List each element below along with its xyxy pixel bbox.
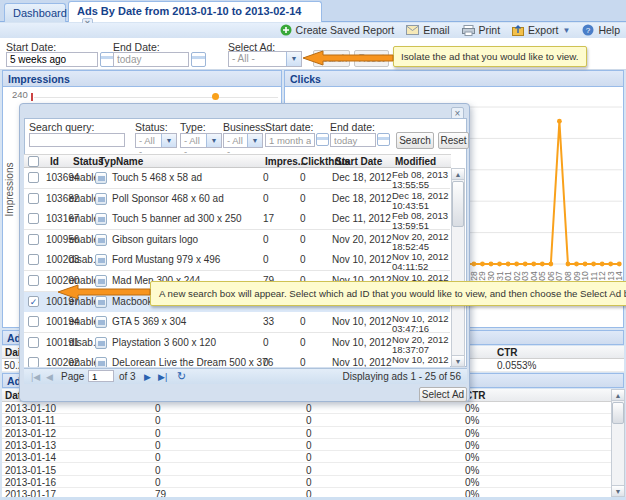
cell-impressions: 0	[263, 193, 269, 204]
prev-page-icon[interactable]: ◀	[46, 372, 53, 382]
table-row[interactable]: 2013-01-13000%	[2, 439, 612, 451]
scroll-down-icon[interactable]: ▼	[452, 355, 464, 366]
scroll-up-icon[interactable]: ▲	[612, 390, 624, 401]
scroll-thumb[interactable]	[612, 402, 624, 424]
table-row[interactable]: 100956enabledGibson guitars logo00Nov 20…	[24, 230, 450, 251]
cell-clickthrus: 0	[300, 213, 306, 224]
calendar-icon[interactable]	[316, 133, 329, 146]
table-row[interactable]: 100202enabledDeLorean Live the Dream 500…	[24, 353, 450, 367]
row-checkbox[interactable]: ✓	[28, 296, 39, 307]
table-row[interactable]: 100203disab...Ford Mustang 979 x 49600No…	[24, 250, 450, 271]
search-query-label: Search query:	[29, 121, 94, 133]
cell-value: 79	[155, 489, 166, 497]
table-row[interactable]: 2013-01-11000%	[2, 414, 612, 426]
cell-start-date: Nov 20, 2012	[332, 234, 392, 245]
cell-value: 0	[306, 465, 312, 476]
chevron-down-icon: ▼	[247, 134, 262, 147]
date-table-scrollbar[interactable]: ▲ ▼	[611, 389, 625, 497]
refresh-icon[interactable]: ↻	[177, 370, 186, 383]
table-row[interactable]: 103694enabledTouch 5 468 x 58 ad00Dec 18…	[24, 168, 450, 189]
business-dropdown[interactable]: - All -▼	[223, 133, 263, 148]
col-start-date[interactable]: Start Date	[335, 156, 382, 167]
table-row[interactable]: 2013-01-12000%	[2, 427, 612, 439]
row-checkbox[interactable]	[28, 337, 39, 348]
cell-impressions: 0	[263, 234, 269, 245]
impressions-peak-marker	[212, 93, 219, 100]
cell-value: 0%	[465, 403, 479, 414]
modal-end-date-input[interactable]	[330, 133, 376, 147]
cell-impressions: 0	[263, 357, 269, 367]
table-row[interactable]: 100191disab...Playstation 3 600 x 12000N…	[24, 333, 450, 354]
table-row[interactable]: 2013-01-177900%	[2, 488, 612, 497]
scroll-down-icon[interactable]: ▼	[612, 485, 624, 496]
row-checkbox[interactable]	[28, 193, 39, 204]
ad-table-scrollbar[interactable]: ▲ ▼	[451, 168, 465, 367]
table-row[interactable]: 100194enabledGTA 5 369 x 304330Nov 10, 2…	[24, 312, 450, 333]
modal-reset-button[interactable]: Reset	[438, 132, 469, 149]
scroll-up-icon[interactable]: ▲	[452, 169, 464, 180]
row-checkbox[interactable]	[28, 213, 39, 224]
page-number-input[interactable]	[88, 370, 114, 382]
table-row[interactable]: 103682enabledPoll Sponsor 468 x 60 ad00D…	[24, 189, 450, 210]
axis-tick	[31, 93, 33, 101]
tab-ads-by-date[interactable]: Ads By Date from 2013-01-10 to 2013-02-1…	[68, 1, 322, 22]
cell-value: 0%	[465, 440, 479, 451]
type-dropdown[interactable]: - All -▼	[180, 133, 222, 148]
col-id[interactable]: Id	[50, 156, 59, 167]
status-dropdown[interactable]: - All -▼	[135, 133, 177, 148]
row-checkbox[interactable]	[28, 234, 39, 245]
cell-start-date: Nov 10, 2012	[332, 254, 392, 265]
select-ad-button[interactable]: Select Ad	[419, 387, 467, 402]
cell-value: 0	[155, 428, 161, 439]
export-button[interactable]: Export ▼	[512, 24, 570, 36]
chevron-down-icon: ▼	[206, 134, 221, 147]
col-typ[interactable]: Typ	[99, 156, 116, 167]
row-checkbox[interactable]	[28, 357, 39, 367]
modal-search-button[interactable]: Search	[396, 132, 434, 149]
create-saved-report-button[interactable]: Create Saved Report	[280, 24, 395, 36]
ad-type-icon	[95, 337, 107, 349]
select-ad-dropdown[interactable]: - All - ▼	[228, 51, 302, 67]
col-modified[interactable]: Modified	[395, 156, 436, 167]
calendar-icon[interactable]	[377, 133, 390, 146]
cell-value: 0	[155, 403, 161, 414]
table-row[interactable]: 2013-01-15000%	[2, 464, 612, 476]
table-row[interactable]: 103167enabledTouch 5 banner ad 300 x 250…	[24, 209, 450, 230]
cell-date: 2013-01-13	[5, 440, 56, 451]
next-page-icon[interactable]: ▶	[144, 372, 151, 382]
cell-clickthrus: 0	[300, 337, 306, 348]
last-page-icon[interactable]: ▶|	[158, 372, 167, 382]
modal-start-date-input[interactable]	[265, 133, 315, 147]
col-name[interactable]: Name	[116, 156, 143, 167]
date-table-body: 2013-01-10000%2013-01-11000%2013-01-1200…	[2, 402, 612, 497]
ad-type-icon	[95, 357, 107, 367]
email-button[interactable]: Email	[406, 24, 449, 36]
row-checkbox[interactable]	[28, 172, 39, 183]
select-all-checkbox[interactable]	[28, 156, 39, 167]
calendar-icon[interactable]	[191, 52, 206, 67]
cell-name: Touch 5 468 x 58 ad	[112, 172, 202, 183]
scroll-thumb[interactable]	[452, 181, 464, 227]
ctr-value: 0.0553%	[497, 360, 536, 371]
ad-type-icon	[95, 213, 107, 225]
row-checkbox[interactable]	[28, 275, 39, 286]
plus-circle-icon	[280, 24, 292, 36]
row-checkbox[interactable]	[28, 254, 39, 265]
table-row[interactable]: 2013-01-10000%	[2, 402, 612, 414]
ad-table-header: Id Status Typ Name Impres... Clickthrus …	[24, 154, 451, 168]
cell-name: Poll Sponsor 468 x 60 ad	[112, 193, 224, 204]
cell-start-date: Nov 10, 2012	[332, 316, 392, 327]
tab-dashboard[interactable]: Dashboard	[4, 3, 66, 22]
row-checkbox[interactable]	[28, 316, 39, 327]
cell-value: 0	[306, 477, 312, 488]
print-button[interactable]: Print	[462, 24, 501, 36]
table-row[interactable]: 2013-01-16000%	[2, 476, 612, 488]
search-query-input[interactable]	[29, 133, 125, 147]
end-date-input[interactable]	[113, 52, 189, 67]
help-button[interactable]: ? Help	[582, 24, 620, 36]
cell-start-date: Nov 10, 2012	[332, 337, 392, 348]
table-row[interactable]: 2013-01-14000%	[2, 451, 612, 463]
first-page-icon[interactable]: |◀	[31, 372, 40, 382]
col-impressions[interactable]: Impres...	[265, 156, 306, 167]
start-date-input[interactable]	[6, 52, 98, 67]
